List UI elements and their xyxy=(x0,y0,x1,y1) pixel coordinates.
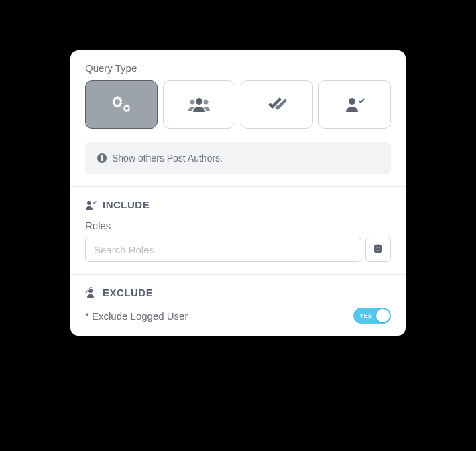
svg-point-6 xyxy=(101,155,103,157)
users-icon xyxy=(186,94,212,115)
query-type-section: Query Type xyxy=(70,50,406,186)
info-message: Show others Post Authors. xyxy=(85,142,391,174)
user-slash-icon xyxy=(85,287,97,298)
exclude-logged-user-label: * Exclude Logged User xyxy=(85,310,188,322)
svg-point-3 xyxy=(349,98,355,105)
search-roles-input[interactable] xyxy=(85,237,361,262)
svg-rect-5 xyxy=(101,157,103,161)
exclude-logged-user-row: * Exclude Logged User YES xyxy=(85,308,391,324)
database-icon xyxy=(373,244,383,255)
query-option-users[interactable] xyxy=(163,80,235,129)
query-option-settings[interactable] xyxy=(85,80,158,129)
exclude-logged-user-toggle[interactable]: YES xyxy=(353,308,391,324)
svg-point-1 xyxy=(190,100,195,105)
roles-label: Roles xyxy=(85,220,391,231)
gears-icon xyxy=(108,93,135,116)
svg-point-2 xyxy=(204,100,209,105)
query-type-options xyxy=(85,80,391,129)
svg-point-0 xyxy=(196,98,202,105)
info-text: Show others Post Authors. xyxy=(112,153,223,164)
exclude-section: EXCLUDE * Exclude Logged User YES xyxy=(70,274,406,336)
toggle-state-text: YES xyxy=(359,312,373,319)
include-title: INCLUDE xyxy=(103,199,150,210)
exclude-header: EXCLUDE xyxy=(85,287,391,298)
user-check-icon xyxy=(85,200,97,210)
exclude-title: EXCLUDE xyxy=(103,287,153,298)
query-option-user-check[interactable] xyxy=(318,80,391,129)
include-section: INCLUDE Roles xyxy=(70,186,406,274)
roles-input-row xyxy=(85,237,391,262)
info-icon xyxy=(97,153,107,163)
database-button[interactable] xyxy=(365,237,391,262)
query-type-label: Query Type xyxy=(85,62,391,74)
svg-point-7 xyxy=(87,201,91,205)
include-header: INCLUDE xyxy=(85,199,391,210)
double-check-icon xyxy=(265,95,288,114)
user-check-icon xyxy=(343,94,367,115)
svg-point-8 xyxy=(374,245,382,248)
settings-panel: Query Type xyxy=(70,50,406,336)
toggle-knob xyxy=(376,309,390,322)
query-option-check[interactable] xyxy=(241,80,313,129)
